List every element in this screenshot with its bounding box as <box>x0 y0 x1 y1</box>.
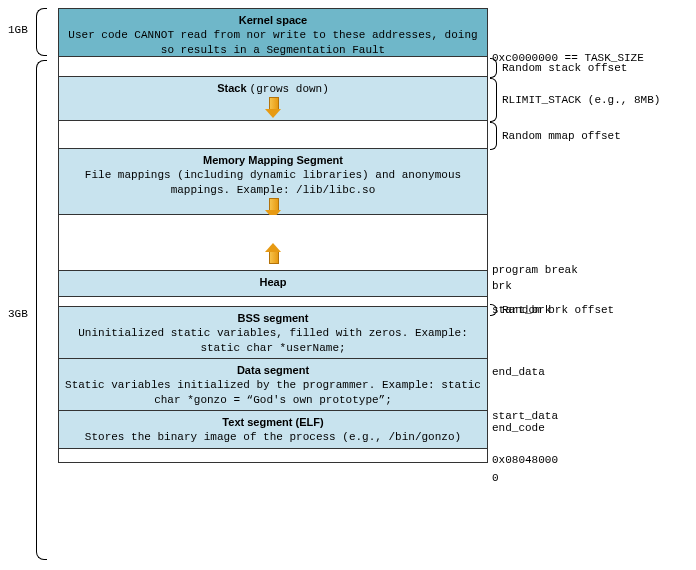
memory-layout-diagram: 1GB 3GB Kernel space User code CANNOT re… <box>8 8 688 564</box>
label-end-data: end_data <box>492 366 545 378</box>
segment-stack: Kernel space User code CANNOT read from … <box>58 8 488 463</box>
label-end-code: end_code <box>492 422 545 434</box>
gap-zero <box>58 449 488 463</box>
segment-mmap: Memory Mapping Segment File mappings (in… <box>58 149 488 215</box>
label-zero: 0 <box>492 472 499 484</box>
label-rand-stack: Random stack offset <box>502 62 627 74</box>
bss-desc: Uninitialized static variables, filled w… <box>65 326 481 356</box>
stack-title: Stack <box>217 82 246 94</box>
segment-bss: BSS segment Uninitialized static variabl… <box>58 307 488 359</box>
kernel-title: Kernel space <box>65 13 481 28</box>
arrow-down-icon <box>265 97 281 119</box>
stack-title-row: Stack (grows down) <box>65 81 481 97</box>
mmap-desc: File mappings (including dynamic librari… <box>65 168 481 198</box>
label-rand-brk: Random brk offset <box>502 304 614 316</box>
kernel-size-label: 1GB <box>8 24 28 36</box>
data-desc: Static variables initialized by the prog… <box>65 378 481 408</box>
segment-kernel: Kernel space User code CANNOT read from … <box>58 9 488 57</box>
stack-suffix: (grows down) <box>250 83 329 95</box>
brace-rlimit <box>490 78 497 122</box>
text-title: Text segment (ELF) <box>65 415 481 430</box>
label-start-data: start_data <box>492 410 558 422</box>
kernel-desc: User code CANNOT read from nor write to … <box>65 28 481 58</box>
label-rand-mmap: Random mmap offset <box>502 130 621 142</box>
bss-title: BSS segment <box>65 311 481 326</box>
label-program-break: program break <box>492 264 578 276</box>
gap-mmap-offset <box>58 121 488 149</box>
data-title: Data segment <box>65 363 481 378</box>
left-annotations: 1GB 3GB <box>8 8 54 564</box>
segment-data: Data segment Static variables initialize… <box>58 359 488 411</box>
text-desc: Stores the binary image of the process (… <box>65 430 481 445</box>
gap-brk-offset <box>58 297 488 307</box>
heap-title: Heap <box>260 276 287 288</box>
segment-text: Text segment (ELF) Stores the binary ima… <box>58 411 488 449</box>
brace-mmap-offset <box>490 122 497 150</box>
arrow-up-icon <box>265 242 281 264</box>
brace-stack-offset <box>490 58 497 78</box>
label-text-addr: 0x08048000 <box>492 454 558 466</box>
gap-break <box>58 215 488 271</box>
gap-stack-offset <box>58 57 488 77</box>
mmap-title: Memory Mapping Segment <box>65 153 481 168</box>
right-annotations: 0xc0000000 == TASK_SIZE Random stack off… <box>492 8 692 564</box>
user-size-label: 3GB <box>8 308 28 320</box>
brace-3gb <box>36 60 47 560</box>
segment-heap: Heap <box>58 271 488 297</box>
label-rlimit: RLIMIT_STACK (e.g., 8MB) <box>502 94 660 106</box>
segment-stack: Stack (grows down) <box>58 77 488 121</box>
brace-1gb <box>36 8 47 56</box>
label-brk: brk <box>492 280 512 292</box>
